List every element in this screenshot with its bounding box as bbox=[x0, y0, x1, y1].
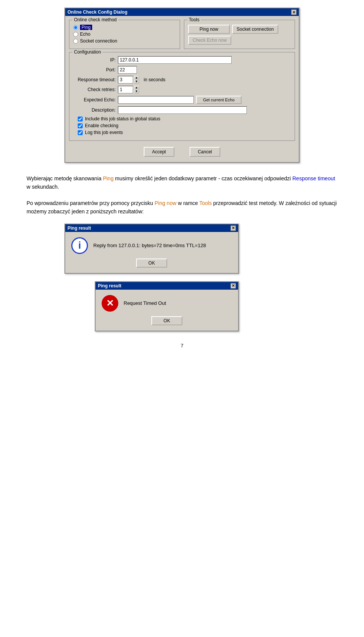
para1-after-ping: musimy określić jeden dodatkowy parametr… bbox=[113, 175, 292, 181]
tools-row-1: Ping now Socket connection bbox=[188, 25, 291, 34]
radio-ping[interactable]: Ping bbox=[73, 25, 176, 30]
check-retries-down[interactable]: ▼ bbox=[134, 90, 139, 93]
checkbox-global-status[interactable] bbox=[78, 117, 83, 121]
port-row: Port: bbox=[74, 66, 290, 74]
para2-ping: Ping now bbox=[155, 200, 177, 206]
ping-error-titlebar: Ping result ✕ bbox=[96, 282, 238, 290]
para1-before-ping: Wybierając metodę skanowania bbox=[27, 175, 103, 181]
dialog-titlebar: Online Check Config Dialog ✕ bbox=[65, 8, 299, 16]
radio-echo-label: Echo bbox=[80, 32, 90, 37]
page-number: 7 bbox=[15, 343, 349, 348]
body-paragraph-2: Po wprowadzeniu parametrów przy pomocy p… bbox=[27, 199, 337, 216]
response-timeout-input[interactable] bbox=[118, 76, 133, 84]
get-current-echo-button[interactable]: Get current Echo bbox=[196, 96, 242, 104]
tools-row-2: Check Echo now bbox=[188, 36, 291, 45]
check-retries-spinner-buttons: ▲ ▼ bbox=[134, 86, 139, 93]
check-retries-label: Check retries: bbox=[74, 87, 116, 92]
para1-ping: Ping bbox=[103, 175, 113, 181]
ping-error-message-row: ✕ Request Timed Out bbox=[102, 295, 232, 312]
checkbox-log-events-row: Log this job events bbox=[74, 130, 290, 135]
response-timeout-unit: in seconds bbox=[144, 77, 165, 82]
expected-echo-label: Expected Echo: bbox=[74, 97, 116, 102]
checkbox-global-status-row: Include this job status in global status bbox=[74, 116, 290, 121]
ping-now-button[interactable]: Ping now bbox=[188, 25, 230, 34]
ping-success-message: Reply from 127.0.0.1: bytes=72 time=0ms … bbox=[93, 243, 206, 248]
accept-button[interactable]: Accept bbox=[144, 147, 174, 157]
check-retries-input[interactable] bbox=[118, 86, 133, 93]
body-paragraph-1: Wybierając metodę skanowania Ping musimy… bbox=[27, 174, 337, 191]
ping-result-success-dialog: Ping result ✕ i Reply from 127.0.0.1: by… bbox=[64, 224, 239, 274]
ping-error-ok-button[interactable]: OK bbox=[151, 316, 182, 325]
ping-success-message-row: i Reply from 127.0.0.1: bytes=72 time=0m… bbox=[71, 237, 232, 254]
radio-group: Ping Echo Socket connection bbox=[73, 25, 176, 44]
expected-echo-input[interactable] bbox=[118, 96, 194, 104]
checkbox-global-status-label: Include this job status in global status bbox=[85, 116, 160, 121]
dialog-title: Online Check Config Dialog bbox=[67, 9, 127, 15]
ping-error-title: Ping result bbox=[98, 283, 121, 289]
checkbox-enable-checking-row: Enable checking bbox=[74, 123, 290, 128]
ping-error-body: ✕ Request Timed Out OK bbox=[96, 290, 238, 331]
radio-socket-label: Socket connection bbox=[80, 38, 117, 44]
para1-response: Response timeout bbox=[292, 175, 335, 181]
ping-error-close[interactable]: ✕ bbox=[231, 283, 236, 289]
dialog-actions: Accept Cancel bbox=[69, 144, 295, 158]
expected-echo-row: Expected Echo: Get current Echo bbox=[74, 96, 290, 104]
ping-success-title: Ping result bbox=[67, 225, 91, 231]
para2-tools: Tools bbox=[199, 200, 212, 206]
response-timeout-spinner: ▲ ▼ bbox=[118, 76, 139, 84]
port-label: Port: bbox=[74, 67, 116, 73]
online-check-method-group: Online check method Ping Echo Socket con… bbox=[69, 20, 180, 49]
check-retries-spinner: ▲ ▼ bbox=[118, 86, 139, 93]
radio-ping-label: Ping bbox=[80, 25, 92, 30]
top-row: Online check method Ping Echo Socket con… bbox=[69, 20, 295, 49]
ping-success-close[interactable]: ✕ bbox=[231, 225, 236, 231]
online-check-config-dialog: Online Check Config Dialog ✕ Online chec… bbox=[64, 8, 300, 163]
response-timeout-spinner-buttons: ▲ ▼ bbox=[134, 76, 139, 84]
para2-before-ping: Po wprowadzeniu parametrów przy pomocy p… bbox=[27, 200, 155, 206]
ping-error-message: Request Timed Out bbox=[124, 300, 166, 306]
radio-echo-input[interactable] bbox=[73, 32, 78, 37]
check-echo-now-button[interactable]: Check Echo now bbox=[188, 36, 231, 45]
check-retries-up[interactable]: ▲ bbox=[134, 86, 139, 90]
ping-success-titlebar: Ping result ✕ bbox=[65, 224, 238, 232]
ping-error-icon: ✕ bbox=[102, 295, 118, 312]
ping-success-info-icon: i bbox=[71, 237, 88, 254]
ip-row: IP: bbox=[74, 56, 290, 64]
ip-label: IP: bbox=[74, 57, 116, 63]
response-timeout-row: Response timeout: ▲ ▼ in seconds bbox=[74, 76, 290, 84]
checkbox-log-events-label: Log this job events bbox=[85, 130, 123, 135]
radio-ping-input[interactable] bbox=[73, 25, 78, 30]
tools-buttons: Ping now Socket connection Check Echo no… bbox=[188, 25, 291, 45]
cancel-button[interactable]: Cancel bbox=[190, 147, 220, 157]
ping-success-body: i Reply from 127.0.0.1: bytes=72 time=0m… bbox=[65, 232, 238, 273]
ping-result-error-dialog: Ping result ✕ ✕ Request Timed Out OK bbox=[95, 281, 239, 331]
dialog-body: Online check method Ping Echo Socket con… bbox=[65, 16, 299, 162]
dialog-close-button[interactable]: ✕ bbox=[291, 9, 297, 15]
description-label: Description: bbox=[74, 107, 116, 113]
response-timeout-up[interactable]: ▲ bbox=[134, 76, 139, 80]
para2-after-ping: w ramce bbox=[176, 200, 199, 206]
checkbox-enable-checking-label: Enable checking bbox=[85, 123, 118, 128]
configuration-legend: Configuration bbox=[72, 49, 102, 55]
description-input[interactable] bbox=[118, 106, 247, 114]
tools-group: Tools Ping now Socket connection Check E… bbox=[184, 20, 295, 49]
online-check-method-legend: Online check method bbox=[72, 17, 118, 22]
ping-success-ok-button[interactable]: OK bbox=[136, 259, 167, 268]
checkbox-log-events[interactable] bbox=[78, 130, 83, 135]
ping-results-area: Ping result ✕ i Reply from 127.0.0.1: by… bbox=[27, 224, 337, 331]
tools-legend: Tools bbox=[187, 17, 201, 22]
description-row: Description: bbox=[74, 106, 290, 114]
para1-after-response: w sekundach. bbox=[27, 184, 59, 190]
configuration-group: Configuration IP: Port: Response timeout… bbox=[69, 52, 295, 141]
checkbox-enable-checking[interactable] bbox=[78, 123, 83, 128]
radio-socket-input[interactable] bbox=[73, 39, 78, 44]
ip-input[interactable] bbox=[118, 56, 232, 64]
socket-connection-button[interactable]: Socket connection bbox=[232, 25, 278, 34]
response-timeout-down[interactable]: ▼ bbox=[134, 80, 139, 84]
port-input[interactable] bbox=[118, 66, 137, 74]
radio-echo[interactable]: Echo bbox=[73, 32, 176, 37]
check-retries-row: Check retries: ▲ ▼ bbox=[74, 86, 290, 93]
response-timeout-label: Response timeout: bbox=[74, 77, 116, 82]
radio-socket[interactable]: Socket connection bbox=[73, 38, 176, 44]
